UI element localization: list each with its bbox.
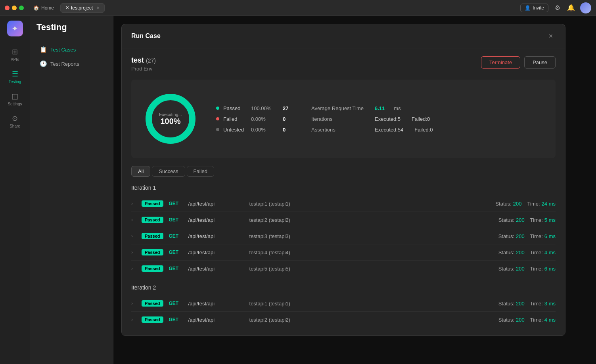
failed-pct: 0.00% — [251, 116, 279, 122]
terminate-button[interactable]: Terminate — [481, 56, 520, 69]
apis-label: APIs — [11, 57, 19, 62]
status-code: 200 — [516, 317, 525, 323]
sidebar-item-apis[interactable]: ⊞ APIs — [3, 44, 27, 65]
expand-icon: › — [131, 201, 136, 206]
time-value: 6 ms — [544, 266, 556, 272]
iterations-executed: Executed:5 — [375, 116, 401, 122]
expand-icon: › — [131, 233, 136, 239]
testing-label: Testing — [9, 80, 21, 84]
iterations-row: Iterations Executed:5 Failed:0 — [311, 116, 433, 122]
notifications-icon-button[interactable]: 🔔 — [567, 4, 575, 12]
test-env: Prod Env — [131, 66, 156, 72]
sidebar-item-testing[interactable]: ☰ Testing — [3, 67, 27, 87]
title-bar-actions: 👤 Invite ⚙ 🔔 — [520, 2, 591, 13]
time-value: 4 ms — [544, 250, 556, 255]
title-bar: 🏠 Home ✕ testproject ✕ 👤 Invite ⚙ 🔔 — [0, 0, 596, 16]
api-name: testapi2 (testapi2) — [249, 317, 493, 323]
tab-bar: 🏠 Home ✕ testproject ✕ — [29, 3, 520, 13]
method-badge: GET — [169, 250, 183, 255]
status-badge: Passed — [142, 217, 163, 223]
filter-tab-all[interactable]: All — [131, 166, 150, 177]
table-row[interactable]: › Passed GET /api/test/api testapi4 (tes… — [131, 244, 556, 261]
sidebar-item-settings[interactable]: ◫ Settings — [3, 89, 27, 109]
test-reports-icon: 🕐 — [40, 60, 47, 67]
test-status: Status: 200 Time: 6 ms — [498, 233, 556, 239]
filter-tab-failed[interactable]: Failed — [187, 166, 214, 177]
tab-testproject[interactable]: ✕ testproject ✕ — [60, 3, 105, 13]
time-label: Time: — [530, 233, 543, 239]
api-path: /api/test/api — [188, 250, 244, 255]
table-row[interactable]: › Passed GET /api/test/api testapi1 (tes… — [131, 196, 556, 212]
untested-label: Untested — [223, 127, 247, 133]
donut-chart: Executing... 100% — [141, 89, 200, 149]
settings-icon: ◫ — [11, 92, 18, 101]
iteration-2-section: Iteration 2 › Passed GET /api/test/api t… — [131, 283, 556, 328]
api-path: /api/test/api — [188, 233, 244, 239]
time-label: Time: — [530, 266, 543, 272]
filter-tab-success[interactable]: Success — [152, 166, 185, 177]
status-code: 200 — [513, 201, 522, 207]
status-label: Status: — [498, 233, 514, 239]
test-status: Status: 200 Time: 24 ms — [495, 201, 556, 207]
invite-button[interactable]: 👤 Invite — [520, 4, 548, 12]
nav-test-cases[interactable]: 📋 Test Cases — [33, 42, 110, 57]
share-label: Share — [10, 124, 20, 128]
expand-icon: › — [131, 266, 136, 271]
maximize-light[interactable] — [19, 6, 24, 10]
time-label: Time: — [530, 301, 543, 307]
status-code: 200 — [516, 233, 525, 239]
close-light[interactable] — [5, 6, 10, 10]
pause-button[interactable]: Pause — [524, 56, 556, 69]
table-row[interactable]: › Passed GET /api/test/api testapi5 (tes… — [131, 261, 556, 276]
legend-passed: Passed 100.00% 27 — [216, 105, 295, 111]
assertions-executed: Executed:54 — [375, 127, 403, 133]
table-row[interactable]: › Passed GET /api/test/api testapi3 (tes… — [131, 228, 556, 244]
table-row[interactable]: › Passed GET /api/test/api testapi1 (tes… — [131, 295, 556, 312]
legend-untested: Untested 0.00% 0 — [216, 127, 295, 133]
table-row[interactable]: › Passed GET /api/test/api testapi2 (tes… — [131, 212, 556, 228]
tab-home[interactable]: 🏠 Home — [29, 4, 59, 12]
test-info: test (27) Prod Env Terminate Pause — [131, 56, 556, 72]
method-badge: GET — [169, 317, 183, 322]
settings-icon-button[interactable]: ⚙ — [553, 4, 562, 12]
status-label: Status: — [498, 217, 514, 223]
time-value: 5 ms — [544, 217, 556, 223]
modal-body: test (27) Prod Env Terminate Pause — [122, 48, 565, 335]
tab-project-label: testproject — [71, 5, 93, 11]
method-badge: GET — [169, 266, 183, 271]
failed-count: 0 — [283, 116, 286, 122]
invite-user-icon: 👤 — [525, 5, 531, 11]
invite-label: Invite — [533, 5, 544, 11]
test-status: Status: 200 Time: 5 ms — [498, 217, 556, 223]
passed-label: Passed — [223, 105, 247, 111]
avg-request-time-label: Average Request Time — [311, 105, 367, 111]
test-count: (27) — [146, 57, 156, 64]
api-path: /api/test/api — [188, 301, 244, 307]
test-status: Status: 200 Time: 4 ms — [498, 317, 556, 323]
nav-test-reports[interactable]: 🕐 Test Reports — [33, 57, 110, 71]
status-badge: Passed — [142, 233, 163, 239]
status-label: Status: — [498, 250, 514, 255]
run-case-modal: Run Case × test (27) Prod Env — [121, 24, 565, 336]
avatar[interactable] — [580, 2, 591, 13]
status-label: Status: — [498, 317, 514, 323]
tab-close-icon[interactable]: ✕ — [96, 6, 100, 10]
status-code: 200 — [516, 266, 525, 272]
status-label: Status: — [498, 266, 514, 272]
status-badge: Passed — [142, 265, 163, 272]
minimize-light[interactable] — [12, 6, 17, 10]
table-row[interactable]: › Passed GET /api/test/api testapi2 (tes… — [131, 312, 556, 328]
api-name: testapi2 (testapi2) — [249, 217, 493, 223]
apis-icon: ⊞ — [12, 48, 18, 56]
expand-icon: › — [131, 217, 136, 223]
testing-icon: ☰ — [12, 70, 18, 78]
api-name: testapi5 (testapi5) — [249, 266, 493, 272]
test-status: Status: 200 Time: 6 ms — [498, 266, 556, 272]
failed-dot — [216, 117, 219, 120]
test-actions: Terminate Pause — [481, 56, 556, 69]
stats-right: Average Request Time 6.11 ms Iterations … — [311, 105, 433, 133]
modal-close-button[interactable]: × — [546, 31, 556, 41]
sidebar-item-share[interactable]: ⊙ Share — [3, 111, 27, 131]
avg-request-time-unit: ms — [394, 105, 401, 111]
modal-overlay: Run Case × test (27) Prod Env — [113, 16, 596, 364]
